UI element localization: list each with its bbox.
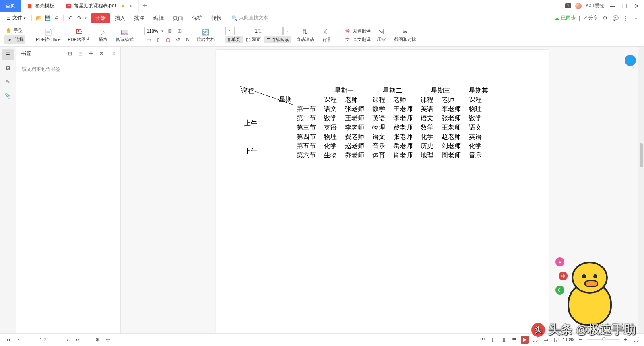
bookmark-icon[interactable]: ☰: [2, 49, 14, 60]
compress-label: 压缩: [377, 37, 386, 43]
next-page-button[interactable]: ›: [64, 337, 72, 342]
zoom-in-icon[interactable]: ＋⃝: [175, 27, 184, 35]
fit2-icon[interactable]: ▭: [542, 336, 550, 344]
autoscroll-button[interactable]: ⇅自动滚动: [294, 27, 316, 43]
tab-active-doc[interactable]: P 每星期的课程表.pdf ×: [60, 0, 139, 12]
chevron-down-icon: ▾: [24, 16, 26, 20]
menu-tab-4[interactable]: 页面: [169, 13, 187, 23]
rotate-doc-button[interactable]: 🔄旋转文档: [194, 27, 217, 43]
app-menu-button[interactable]: ☰ 文件 ▾: [4, 13, 28, 23]
hand-tool-button[interactable]: ✋手型: [4, 27, 25, 35]
translate-float-button[interactable]: 🌐: [625, 55, 636, 66]
zoom-in-button[interactable]: +: [621, 336, 630, 344]
share-button[interactable]: ↗ 分享: [583, 14, 598, 21]
remove-bookmark-icon[interactable]: ✖: [98, 50, 105, 57]
notification-badge[interactable]: 1: [565, 3, 572, 8]
undo-icon[interactable]: ↶: [67, 14, 74, 22]
close-panel-button[interactable]: ×: [112, 50, 116, 57]
expand-icon[interactable]: ⊞: [66, 50, 74, 57]
save-icon[interactable]: 💾: [44, 14, 51, 22]
gear-icon[interactable]: ⚙: [601, 14, 609, 22]
rotate-left-icon[interactable]: ↺: [173, 36, 182, 44]
print-icon[interactable]: 🖨: [53, 14, 60, 22]
play-button[interactable]: ▷播放: [95, 27, 111, 43]
menu-tab-3[interactable]: 编辑: [149, 13, 168, 23]
rotate-right-icon[interactable]: ↻: [183, 36, 192, 44]
zoom-out-button[interactable]: −: [576, 336, 584, 344]
more-icon[interactable]: ⋮: [622, 14, 630, 22]
menu-tab-0[interactable]: 开始: [91, 13, 110, 23]
tab-home[interactable]: 首页: [0, 0, 21, 12]
scroll-thumb[interactable]: [640, 143, 643, 167]
menu-tab-2[interactable]: 批注: [130, 13, 149, 23]
slider-handle[interactable]: [602, 337, 606, 341]
present-icon[interactable]: ▶: [521, 336, 529, 344]
page-input[interactable]: 1/2: [234, 27, 283, 35]
chevron-down-icon[interactable]: ▾: [85, 16, 87, 20]
window-close-button[interactable]: ✕: [633, 2, 641, 10]
single-page-button[interactable]: ▯单页: [225, 36, 243, 43]
redo-icon[interactable]: ↷: [76, 14, 83, 22]
zoom-slider[interactable]: [587, 339, 619, 340]
fullscreen-icon[interactable]: ⛶: [632, 336, 640, 344]
read-mode-button[interactable]: 📖阅读模式: [114, 27, 136, 43]
eye-icon[interactable]: 👁: [479, 336, 487, 344]
page-cur: 1: [255, 28, 258, 34]
tab-template[interactable]: 稻壳模板: [21, 0, 60, 12]
collapse-ribbon-icon[interactable]: ︿: [633, 14, 640, 22]
window-minimize-button[interactable]: —: [609, 2, 617, 10]
full-translate-button[interactable]: 文全文翻译: [343, 36, 371, 44]
fit3-icon[interactable]: ◱: [552, 336, 560, 344]
zoom-out-icon[interactable]: －⃝: [166, 27, 175, 35]
chevron-down-icon[interactable]: ▾: [160, 29, 165, 33]
tab-template-label: 稻壳模板: [35, 2, 54, 9]
first-page-button[interactable]: ⏮: [4, 337, 12, 342]
document-view[interactable]: 课程星期星期一星期二星期三星期其课程老师课程老师课程老师课程上午第一节语文张老师…: [121, 47, 644, 333]
actual-size-icon[interactable]: ▢: [164, 36, 173, 44]
ft-label: 全文翻译: [353, 37, 371, 43]
menu-tab-6[interactable]: 转换: [207, 13, 226, 23]
select-tool-button[interactable]: ➤选择: [4, 35, 25, 44]
avatar[interactable]: [575, 3, 582, 9]
remove-page-icon[interactable]: ⊖: [104, 336, 112, 344]
next-page-button[interactable]: ›: [283, 27, 291, 35]
window-restore-button[interactable]: ❐: [621, 2, 629, 10]
feedback-icon[interactable]: 💬: [612, 14, 619, 22]
fit-page-icon[interactable]: ▯: [154, 36, 163, 44]
word-translate-button[interactable]: 译划词翻译: [343, 27, 371, 35]
sync-status[interactable]: ☁ 已同步: [555, 14, 576, 21]
fit-icon[interactable]: ⛶: [531, 336, 539, 344]
last-page-button[interactable]: ⏭: [74, 337, 82, 342]
search-field[interactable]: 🔍 点此查找文本 ⋮: [231, 14, 275, 21]
attach-icon[interactable]: 📎: [2, 90, 14, 101]
thumbnail-icon[interactable]: 🖼: [2, 63, 14, 74]
view2-icon[interactable]: ▯▯: [500, 336, 508, 344]
main: ☰ 🖼 ✎ 📎 书签 ⊞ ⊟ ✚ ✖ × 该文档不包含书签 课程星期星期一星期二…: [0, 47, 644, 333]
view3-icon[interactable]: ≣: [510, 336, 518, 344]
compress-button[interactable]: ⇲压缩: [373, 27, 389, 43]
fit-width-icon[interactable]: ▭: [144, 36, 153, 44]
page-indicator[interactable]: 1/2: [25, 336, 61, 343]
pdf-to-image-button[interactable]: 🖼PDF转图片: [66, 27, 93, 43]
open-icon[interactable]: 📂: [35, 14, 42, 22]
add-page-icon[interactable]: ⊕: [93, 336, 101, 344]
collapse-icon[interactable]: ⊟: [77, 50, 84, 57]
crop-compare-button[interactable]: ✂截图和对比: [392, 27, 419, 43]
view1-icon[interactable]: ▯: [489, 336, 497, 344]
new-tab-button[interactable]: +: [139, 0, 151, 12]
add-bookmark-icon[interactable]: ✚: [87, 50, 95, 57]
menu-tab-1[interactable]: 插入: [111, 13, 129, 23]
background-button[interactable]: ☾背景: [319, 27, 335, 43]
pdf-to-office-button[interactable]: 📄PDF转Office: [33, 27, 63, 43]
prev-page-button[interactable]: ‹: [225, 27, 233, 35]
scrollbar-vertical[interactable]: [638, 47, 644, 333]
continuous-button[interactable]: ≣连续阅读: [264, 36, 291, 43]
prev-page-button[interactable]: ‹: [14, 337, 23, 342]
sb-tot: /2: [42, 337, 46, 342]
double-page-button[interactable]: ▯▯双页: [244, 36, 263, 43]
zoom-input[interactable]: ▾: [144, 27, 165, 35]
annot-icon[interactable]: ✎: [2, 76, 14, 88]
page-tot: /2: [258, 28, 262, 34]
menu-tab-5[interactable]: 保护: [188, 13, 206, 23]
tab-close-button[interactable]: ×: [130, 3, 133, 9]
